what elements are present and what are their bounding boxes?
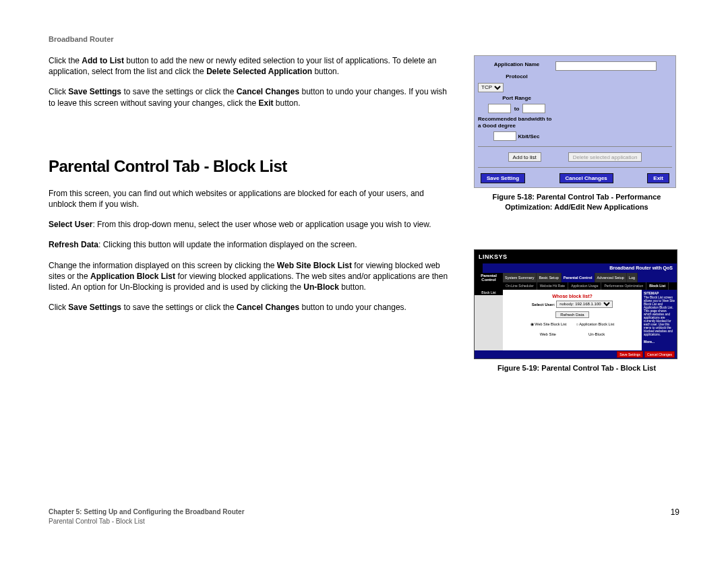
subnav-perf-opt[interactable]: Performance Optimization bbox=[601, 282, 646, 290]
nav-log[interactable]: Log bbox=[627, 273, 638, 282]
page-number: 19 bbox=[671, 507, 679, 526]
app-name-label: Application Name bbox=[478, 61, 555, 68]
figure-5-19: LINKSYS Broadband Router with QoS Parent… bbox=[474, 249, 677, 359]
subnav-scheduler[interactable]: On-Line Scheduler bbox=[503, 282, 537, 290]
save-settings-button[interactable]: Save Settings bbox=[617, 351, 643, 358]
sidebar-block-list: Block List bbox=[475, 290, 503, 295]
protocol-label: Protocol bbox=[478, 73, 555, 80]
body-text-column: Click the Add to List button to add the … bbox=[49, 55, 454, 373]
section-heading: Parental Control Tab - Block List bbox=[49, 157, 454, 176]
app-name-input[interactable] bbox=[555, 61, 657, 71]
help-more-link[interactable]: More... bbox=[644, 340, 675, 344]
footer-chapter: Chapter 5: Setting Up and Configuring th… bbox=[49, 508, 245, 516]
section-label: Parental Control bbox=[475, 273, 503, 282]
subnav-app-usage[interactable]: Application Usage bbox=[568, 282, 601, 290]
help-panel: SITEMAP The Block List screen allows you… bbox=[642, 290, 677, 350]
save-setting-button[interactable]: Save Setting bbox=[481, 173, 525, 183]
figure-5-19-caption: Figure 5-19: Parental Control Tab - Bloc… bbox=[474, 363, 679, 373]
footer-section: Parental Control Tab - Block List bbox=[49, 518, 145, 525]
cancel-changes-button-2[interactable]: Cancel Changes bbox=[644, 351, 675, 358]
port-range-label: Port Range bbox=[478, 95, 555, 102]
radio-app-block[interactable]: ○ Application Block List bbox=[576, 322, 615, 326]
paragraph-save-cancel: Click Save Settings to save the settings… bbox=[49, 302, 454, 313]
document-header: Broadband Router bbox=[49, 35, 679, 43]
paragraph-intro: From this screen, you can find out which… bbox=[49, 188, 454, 210]
figure-5-18-caption: Figure 5-18: Parental Control Tab - Perf… bbox=[474, 192, 679, 212]
paragraph-select-user: Select User: From this drop-down menu, s… bbox=[49, 219, 454, 230]
column-website: Web Site bbox=[537, 332, 559, 337]
select-user-dropdown[interactable]: nobody: 192.168.1.100 bbox=[556, 301, 613, 308]
whose-block-list-label: Whose block list? bbox=[506, 294, 639, 299]
radio-website-block[interactable]: ◉ Web Site Block List bbox=[530, 322, 567, 326]
bandwidth-input[interactable] bbox=[493, 131, 516, 141]
delete-selected-button[interactable]: Delete selected application bbox=[568, 152, 642, 162]
exit-button[interactable]: Exit bbox=[647, 173, 669, 183]
product-name: Broadband Router with QoS bbox=[609, 266, 673, 270]
nav-parental-control[interactable]: Parental Control bbox=[562, 273, 595, 282]
cancel-changes-button[interactable]: Cancel Changes bbox=[559, 173, 613, 183]
add-to-list-button[interactable]: Add to list bbox=[508, 152, 541, 162]
protocol-select[interactable]: TCP bbox=[478, 83, 504, 92]
page-footer: Chapter 5: Setting Up and Configuring th… bbox=[49, 507, 679, 526]
subnav-hitrate[interactable]: Website Hit Rate bbox=[537, 282, 568, 290]
nav-advanced-setup[interactable]: Advanced Setup bbox=[595, 273, 627, 282]
paragraph-refresh-data: Refresh Data: Clicking this button will … bbox=[49, 239, 454, 250]
paragraph-block-lists: Change the information displayed on this… bbox=[49, 260, 454, 293]
select-user-label: Select User: bbox=[532, 302, 555, 306]
refresh-data-button[interactable]: Refresh Data bbox=[555, 311, 588, 318]
bandwidth-label: Recommended bandwidth to a Good degree bbox=[478, 116, 555, 129]
port-from-input[interactable] bbox=[488, 104, 511, 113]
subnav-block-list[interactable]: Block List bbox=[646, 282, 669, 290]
nav-system-summary[interactable]: System Summary bbox=[503, 273, 537, 282]
paragraph-save-exit: Click Save Settings to save the settings… bbox=[49, 86, 454, 108]
column-unblock: Un-Block bbox=[586, 332, 607, 337]
linksys-logo: LINKSYS bbox=[479, 253, 508, 260]
port-to-input[interactable] bbox=[522, 104, 545, 113]
figure-5-18: Application Name Protocol TCP Port Range bbox=[474, 55, 676, 188]
paragraph-add-to-list: Click the Add to List button to add the … bbox=[49, 55, 454, 77]
nav-basic-setup[interactable]: Basic Setup bbox=[537, 273, 561, 282]
